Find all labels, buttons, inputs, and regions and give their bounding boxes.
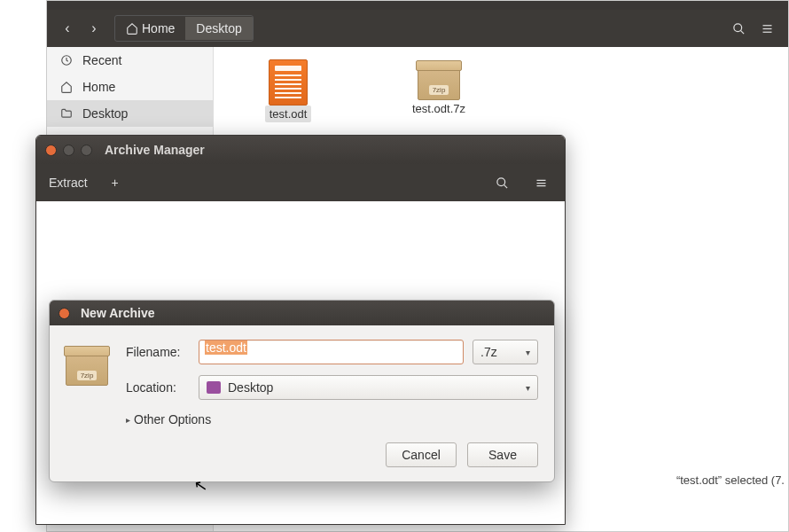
window-close-button[interactable]	[45, 145, 57, 156]
svg-point-0	[733, 23, 741, 31]
save-label: Save	[488, 448, 517, 462]
location-value: Desktop	[228, 380, 273, 395]
desktop-folder-icon	[207, 381, 221, 394]
other-options-disclosure[interactable]: ▸ Other Options	[126, 412, 538, 426]
location-select[interactable]: Desktop ▾	[199, 375, 538, 400]
hamburger-icon	[535, 176, 548, 190]
path-seg-current-label: Desktop	[196, 21, 241, 35]
dialog-body: 7zip Filename: test.odt .7z ▾ Location:	[50, 325, 554, 439]
save-button[interactable]: Save	[467, 442, 538, 467]
extract-button[interactable]: Extract	[49, 176, 88, 190]
cancel-label: Cancel	[402, 448, 441, 462]
list-view-icon	[761, 22, 774, 35]
svg-line-1	[740, 30, 744, 34]
chevron-left-icon: ‹	[65, 20, 69, 36]
new-archive-dialog: New Archive 7zip Filename: test.odt .7z …	[49, 300, 555, 482]
dialog-close-button[interactable]	[59, 308, 70, 319]
dialog-form: Filename: test.odt .7z ▾ Location: Deskt…	[126, 340, 538, 426]
extension-select[interactable]: .7z ▾	[473, 340, 538, 364]
dialog-icon: 7zip	[66, 340, 112, 426]
archive-manager-titlebar[interactable]: Archive Manager	[36, 136, 565, 164]
sidebar-item-desktop[interactable]: Desktop	[47, 100, 213, 127]
file-tile-test-odt-7z[interactable]: 7zip test.odt.7z	[386, 59, 492, 117]
disclosure-triangle-icon: ▸	[126, 415, 130, 425]
home-icon	[59, 81, 74, 93]
sidebar-item-label: Desktop	[82, 106, 128, 121]
plus-icon: +	[111, 176, 118, 190]
path-seg-home[interactable]: Home	[115, 17, 185, 40]
nav-back-button[interactable]: ‹	[54, 15, 81, 42]
filename-label: Filename:	[126, 345, 190, 359]
window-minimize-button[interactable]	[63, 145, 74, 156]
extension-value: .7z	[480, 345, 497, 359]
path-seg-current[interactable]: Desktop	[185, 17, 252, 40]
location-label: Location:	[126, 380, 190, 395]
archive-box-icon: 7zip	[66, 350, 108, 386]
add-button[interactable]: +	[104, 171, 127, 194]
archive-tag: 7zip	[429, 85, 449, 95]
file-label: test.odt.7z	[408, 100, 470, 117]
file-manager-titlebar	[47, 1, 788, 10]
folder-icon	[59, 107, 74, 120]
archive-tag: 7zip	[77, 371, 98, 380]
clock-icon	[59, 54, 74, 66]
file-tile-test-odt[interactable]: test.odt	[235, 59, 341, 122]
document-icon	[269, 59, 308, 106]
nav-forward-button[interactable]: ›	[81, 15, 107, 42]
other-options-label: Other Options	[134, 412, 211, 426]
archive-manager-title: Archive Manager	[105, 143, 205, 157]
sidebar-item-label: Home	[82, 80, 115, 94]
path-bar: Home Desktop	[114, 15, 254, 42]
chevron-right-icon: ›	[91, 20, 96, 36]
dialog-title: New Archive	[81, 306, 155, 320]
filename-input[interactable]: test.odt	[199, 340, 464, 364]
file-manager-toolbar: ‹ › Home Desktop	[47, 10, 788, 47]
hamburger-menu-button[interactable]	[529, 171, 552, 194]
file-label: test.odt	[265, 106, 312, 122]
svg-point-6	[496, 177, 504, 185]
extract-label: Extract	[49, 176, 88, 190]
dialog-titlebar[interactable]: New Archive	[50, 301, 554, 325]
cancel-button[interactable]: Cancel	[386, 442, 457, 467]
archive-manager-toolbar: Extract +	[36, 164, 565, 201]
window-buttons	[45, 145, 92, 156]
sidebar-item-recent[interactable]: Recent	[47, 47, 213, 74]
dialog-buttons: Cancel Save	[50, 439, 554, 481]
sidebar-item-home[interactable]: Home	[47, 74, 213, 100]
filename-row: Filename: test.odt .7z ▾	[126, 340, 538, 364]
home-icon	[126, 22, 138, 35]
window-maximize-button[interactable]	[81, 145, 92, 156]
chevron-down-icon: ▾	[526, 383, 530, 393]
path-seg-home-label: Home	[142, 21, 175, 35]
sidebar-item-label: Recent	[82, 53, 121, 67]
status-text: “test.odt” selected (7.	[676, 473, 785, 487]
archive-box-icon: 7zip	[418, 65, 460, 100]
status-bar: “test.odt” selected (7.	[673, 468, 788, 492]
search-button[interactable]	[724, 15, 753, 42]
view-list-button[interactable]	[753, 15, 781, 42]
search-icon	[732, 22, 746, 35]
location-row: Location: Desktop ▾	[126, 375, 538, 400]
archive-search-button[interactable]	[490, 171, 513, 194]
filename-value: test.odt	[205, 340, 247, 355]
svg-line-7	[504, 184, 507, 188]
chevron-down-icon: ▾	[526, 348, 530, 357]
search-icon	[496, 176, 509, 190]
